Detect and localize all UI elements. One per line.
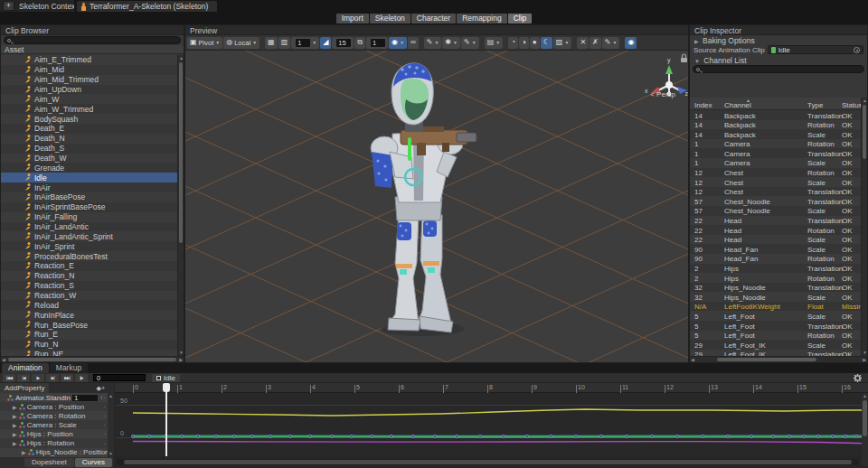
channel-row[interactable]: 32 Hips_Noodle Scale OK [690,292,861,302]
clip-list-item[interactable]: InAir_Sprint [1,241,177,251]
clip-list-item[interactable]: Death_N [1,134,177,144]
asset-column-header[interactable]: Asset [1,45,184,54]
clip-list-item[interactable]: InAir [1,183,177,192]
keyframe-dot[interactable] [750,435,753,438]
marker-button[interactable]: ▥ [278,37,291,49]
keyframe-dot[interactable] [525,435,529,438]
shading-lit-button[interactable]: ● [530,37,540,49]
keyframe-dot[interactable] [288,435,292,438]
clip-list-item[interactable]: Death_S [1,144,177,154]
object-picker-icon[interactable] [854,47,860,53]
add-property-button[interactable]: AddProperty [0,383,49,393]
play-button[interactable]: ▶ [32,374,44,382]
frame-select-button[interactable]: ⧉ [354,37,365,49]
clip-list-vertical-scrollbar[interactable]: ▲ ▼ [177,55,184,356]
add-keyframe-icon[interactable]: ◆+ [97,385,105,392]
document-tab[interactable]: Terraformer_A-Skeleton (Skeleton) [77,1,217,12]
keyframe-dot[interactable] [308,435,312,438]
overlay-eye-toggle[interactable]: ◉ [625,37,637,49]
local-dropdown[interactable]: ◍ Local ▼ [223,37,259,49]
channel-row[interactable]: 29 Left_Foot_IK Translation OK [690,350,861,356]
clip-list-item[interactable]: Reaction_N [1,271,177,281]
expander-icon[interactable]: ▶ [13,413,17,419]
clip-list-item[interactable]: InAirBasePose [1,192,177,202]
keyframe-dot[interactable] [771,435,775,438]
channel-row[interactable]: 22 Head Rotation OK [690,225,861,235]
channel-row[interactable]: N/A LeftFootIKWeight Float Missing [690,302,861,312]
keyframe-dot[interactable] [250,435,254,438]
tree-row[interactable]: ▶ Camera : Scale ‑ [0,420,108,429]
shading-moon-button[interactable]: ☾ [541,37,552,49]
channel-row[interactable]: 1 Camera Translation OK [690,148,861,158]
clip-list-item[interactable]: Aim_E_Trimmed [1,55,177,65]
pen-button[interactable]: ✎ ▼ [461,37,479,49]
keyframe-dot[interactable] [625,435,628,438]
channel-search-input[interactable] [693,65,864,73]
clip-list-item[interactable]: Death_W [1,154,177,164]
channel-row[interactable]: 5 Left_Foot Translation OK [690,321,861,331]
clip-list-item[interactable]: ProceduralBonesTest [1,251,177,261]
keyframe-dot[interactable] [574,435,578,438]
clip-list-item[interactable]: InAir_Falling [1,212,177,222]
clip-list-item[interactable]: Run_NE [1,350,177,356]
tab-animation[interactable]: Animation [2,363,49,373]
toolbar-separator[interactable] [504,37,507,49]
keyframe-dot[interactable] [180,435,184,438]
persp-label[interactable]: < Persp [650,90,675,98]
mode-clip-button[interactable]: Clip [508,14,533,23]
3d-viewport[interactable]: y x z < Persp [185,51,688,362]
mode-remapping-button[interactable]: Remapping [457,14,506,23]
shading-wire-button[interactable]: ◔ [508,37,518,49]
keyframe-dot[interactable] [370,435,373,438]
pin-button[interactable]: ✱ ▼ [442,37,460,49]
channel-table-header[interactable]: ▲ Index Channel Type Status C [690,98,861,110]
probe-button[interactable]: ✗ [590,37,601,49]
keyframe-dot[interactable] [650,435,654,438]
channel-row[interactable]: 5 Left_Foot Scale OK [690,311,861,321]
channel-table-horizontal-scrollbar[interactable]: ◀ ▶ [690,356,867,362]
active-clip-chip[interactable]: Idle [152,374,180,382]
step-button[interactable]: |▶ [75,374,88,382]
keyframe-dot[interactable] [549,435,552,438]
keyframe-dot[interactable] [330,435,334,438]
tree-vertical-scrollbar[interactable]: ▲ ▼ [108,393,114,457]
toolbar-separator[interactable] [620,37,624,49]
keyframe-dot[interactable] [816,435,820,438]
clip-list-item[interactable]: InAir_LandAntic [1,222,177,232]
next-frame-button[interactable]: ▶| [46,374,59,382]
fps-field[interactable]: 15 [332,37,354,49]
keyframe-dot[interactable] [701,435,704,438]
shading-half-button[interactable]: ◑ [519,37,529,49]
curve-vertical-scrollbar[interactable]: ▲ ▼ [862,393,868,466]
curve-horizontal-scrollbar[interactable] [117,459,859,465]
curve-canvas[interactable]: 500 [115,393,862,456]
tree-row[interactable]: ▶ Camera : Rotation ‑ [0,411,108,420]
toolbar-separator[interactable] [572,37,576,49]
baking-options-foldout[interactable]: ▶ Baking Options [690,35,867,44]
keyframe-dot[interactable] [147,435,151,438]
go-to-end-button[interactable]: ▶▶| [61,374,73,382]
brush-button[interactable]: ✎ ▼ [424,37,442,49]
tree-row[interactable]: ▶ Hips : Rotation ‑ [0,438,108,447]
clip-list-item[interactable]: RunInPlace [1,310,177,320]
clip-list-item[interactable]: Reaction_S [1,281,177,291]
channel-row[interactable]: 57 Chest_Noodle Scale OK [690,206,861,216]
keyframe-dot[interactable] [269,435,272,438]
keyframe-dot[interactable] [599,435,603,438]
go-to-start-button[interactable]: |◀◀ [3,374,15,382]
clip-list-item[interactable]: Death_E [1,124,177,134]
current-frame-field[interactable]: 0 [93,374,146,381]
clip-list-item[interactable]: Run_E [1,330,177,340]
keyframe-dot[interactable] [232,435,236,438]
channel-row[interactable]: 2 Hips Translation OK [690,264,861,274]
clip-list-item[interactable]: Aim_W [1,94,177,104]
clip-list-item[interactable]: Reaction_E [1,261,177,271]
clip-list-item[interactable]: Reaction_W [1,291,177,301]
pose-button[interactable]: ▦ [265,37,278,49]
channel-row[interactable]: 14 Backpack Scale OK [690,129,861,139]
tree-row[interactable]: ▶ Animator.Standin 1 ‑ [0,393,108,402]
keyframe-dot[interactable] [675,435,679,438]
keyframe-dot[interactable] [831,435,835,438]
visibility-toggle[interactable]: ◉ ▼ [389,37,407,49]
expander-icon[interactable]: ▶ [22,449,26,455]
